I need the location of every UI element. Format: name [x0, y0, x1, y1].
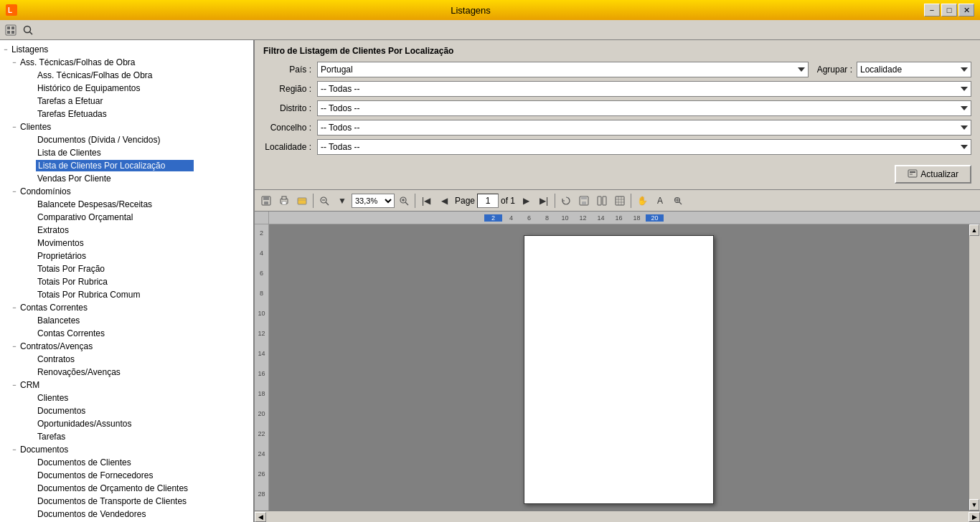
- open-button[interactable]: [293, 192, 311, 209]
- tree-label-contratos[interactable]: Contratos/Avenças: [19, 341, 94, 352]
- ruler-v-18: 18: [258, 389, 265, 409]
- maximize-button[interactable]: □: [941, 4, 957, 16]
- collapse-contas-correntes[interactable]: −: [10, 304, 19, 311]
- collapse-crm[interactable]: −: [10, 381, 19, 389]
- scroll-right-button[interactable]: ▶: [969, 512, 980, 522]
- zoom-dropdown-button[interactable]: ▼: [334, 192, 351, 209]
- tree-item-doc-transporte-clientes[interactable]: Documentos de Transporte de Clientes: [27, 495, 252, 508]
- tree-section-contratos[interactable]: − Contratos/Avenças: [10, 340, 252, 353]
- minimize-button[interactable]: −: [924, 4, 940, 16]
- tree-item-proprietarios[interactable]: Proprietários: [27, 250, 252, 262]
- h-scrollbar[interactable]: ◀ ▶: [255, 511, 980, 522]
- svg-rect-29: [598, 196, 601, 205]
- actualizar-button[interactable]: Actualizar: [895, 165, 971, 184]
- scroll-up-button[interactable]: ▲: [969, 224, 979, 236]
- tree-item-totais-fracao[interactable]: Totais Por Fração: [27, 262, 252, 275]
- tree-root[interactable]: − Listagens: [1, 43, 252, 56]
- report-page-container: [269, 224, 969, 511]
- tree-section-condominios[interactable]: − Condomínios: [10, 185, 252, 198]
- tree-root-label[interactable]: Listagens: [10, 44, 50, 55]
- tree-item-doc-vendedores[interactable]: Documentos de Vendedores: [27, 508, 252, 521]
- tree-label-condominios[interactable]: Condomínios: [19, 186, 72, 197]
- zoom-in-button[interactable]: [395, 192, 413, 209]
- ruler-mark-10: 10: [556, 214, 574, 222]
- print-button[interactable]: [275, 192, 293, 209]
- tree-section-clientes[interactable]: − Clientes: [10, 120, 252, 133]
- tree-item-totais-rubrica-comum[interactable]: Totais Por Rubrica Comum: [27, 288, 252, 301]
- report-page-view[interactable]: [269, 224, 969, 511]
- collapse-contratos[interactable]: −: [10, 343, 19, 350]
- tree-item-vendas-cliente[interactable]: Vendas Por Cliente: [27, 172, 252, 185]
- tree-label-ass-tecnicas[interactable]: Ass. Técnicas/Folhas de Obra: [19, 57, 137, 68]
- zoom-select[interactable]: 33,3% 50% 75% 100%: [352, 194, 395, 208]
- tree-item-tarefas-efetuar[interactable]: Tarefas a Efetuar: [27, 95, 252, 108]
- save-report-button[interactable]: [258, 192, 275, 209]
- tree-item-movimentos[interactable]: Movimentos: [27, 237, 252, 250]
- filter-label-distrito: Distrito :: [263, 103, 317, 113]
- search-report-button[interactable]: [669, 192, 687, 209]
- tree-item-contas-correntes[interactable]: Contas Correntes: [27, 327, 252, 340]
- collapse-ass-tecnicas[interactable]: −: [10, 59, 19, 66]
- tree-label-contas-correntes[interactable]: Contas Correntes: [19, 302, 89, 313]
- page-input[interactable]: [477, 194, 499, 208]
- tree-item-oportunidades[interactable]: Oportunidades/Assuntos: [27, 417, 252, 430]
- tree-section-ass-tecnicas[interactable]: − Ass. Técnicas/Folhas de Obra: [10, 56, 252, 69]
- tree-item-crm-documentos[interactable]: Documentos: [27, 404, 252, 417]
- svg-rect-16: [282, 196, 286, 199]
- tree-label-clientes[interactable]: Clientes: [19, 121, 52, 133]
- filter-select-concelho[interactable]: -- Todos --: [317, 120, 971, 136]
- home-button[interactable]: [3, 22, 19, 38]
- filter-select-distrito[interactable]: -- Todos --: [317, 100, 971, 116]
- tree-item-doc-fornecedores[interactable]: Documentos de Fornecedores: [27, 469, 252, 482]
- tree-item-contratos[interactable]: Contratos: [27, 353, 252, 366]
- ruler-v-10: 10: [258, 308, 265, 328]
- tree-item-comparativo-orcamental[interactable]: Comparativo Orçamental: [27, 211, 252, 224]
- tree-item-crm-clientes[interactable]: Clientes: [27, 392, 252, 404]
- tree-item-doc-orcamento-clientes[interactable]: Documentos de Orçamento de Clientes: [27, 482, 252, 495]
- collapse-documentos[interactable]: −: [10, 446, 19, 453]
- tree-item-totais-rubrica[interactable]: Totais Por Rubrica: [27, 275, 252, 288]
- tree-section-contas-correntes[interactable]: − Contas Correntes: [10, 301, 252, 314]
- first-page-button[interactable]: |◀: [418, 192, 435, 209]
- search-button[interactable]: [20, 22, 36, 38]
- collapse-root[interactable]: −: [1, 46, 10, 53]
- filter-select-regiao[interactable]: -- Todas --: [317, 81, 971, 97]
- zoom-out-button[interactable]: [316, 192, 333, 209]
- prev-page-button[interactable]: ◀: [435, 192, 453, 209]
- refresh-button[interactable]: [557, 192, 575, 209]
- collapse-clientes[interactable]: −: [10, 123, 19, 130]
- tree-section-documentos[interactable]: − Documentos: [10, 443, 252, 456]
- tree-item-tarefas-efetuadas[interactable]: Tarefas Efetuadas: [27, 108, 252, 120]
- filter-select-localidade[interactable]: -- Todas --: [317, 139, 971, 155]
- tree-item-lista-clientes[interactable]: Lista de Clientes: [27, 146, 252, 159]
- close-button[interactable]: ✕: [958, 4, 974, 16]
- tree-item-ass-tecnicas-folhas[interactable]: Ass. Técnicas/Folhas de Obra: [27, 69, 252, 82]
- next-page-button[interactable]: ▶: [517, 192, 534, 209]
- tree-item-balancete-despesas[interactable]: Balancete Despesas/Receitas: [27, 198, 252, 211]
- tree-item-extratos[interactable]: Extratos: [27, 224, 252, 237]
- tree-label-documentos[interactable]: Documentos: [19, 444, 70, 455]
- grid-button[interactable]: [611, 192, 628, 209]
- v-scrollbar[interactable]: ▲ ▼: [969, 224, 980, 511]
- collapse-condominios[interactable]: −: [10, 188, 19, 195]
- save-button2[interactable]: [575, 192, 593, 209]
- tree-item-historico-equipamentos[interactable]: Histórico de Equipamentos: [27, 82, 252, 95]
- tree-section-crm[interactable]: − CRM: [10, 379, 252, 392]
- tree-item-balancetes[interactable]: Balancetes: [27, 314, 252, 327]
- tree-item-crm-tarefas[interactable]: Tarefas: [27, 430, 252, 443]
- scroll-left-button[interactable]: ◀: [255, 512, 266, 522]
- text-tool-button[interactable]: A: [651, 192, 669, 209]
- tree-item-lista-clientes-localizacao[interactable]: Lista de Clientes Por Localização: [27, 159, 252, 172]
- svg-text:L: L: [8, 6, 12, 14]
- scroll-down-button[interactable]: ▼: [969, 499, 979, 511]
- tree-item-documentos-divida[interactable]: Documentos (Dívida / Vencidos): [27, 133, 252, 146]
- ruler-mark-12: 12: [574, 214, 592, 222]
- tree-item-renovacoes-avencas[interactable]: Renovações/Avenças: [27, 366, 252, 379]
- hand-tool-button[interactable]: ✋: [633, 192, 651, 209]
- filter-select-agrupar[interactable]: Localidade: [857, 62, 971, 77]
- tree-item-doc-clientes[interactable]: Documentos de Clientes: [27, 456, 252, 469]
- tree-label-crm[interactable]: CRM: [19, 379, 41, 391]
- last-page-button[interactable]: ▶|: [535, 192, 552, 209]
- view-button[interactable]: [593, 192, 611, 209]
- filter-select-pais[interactable]: Portugal: [317, 62, 809, 77]
